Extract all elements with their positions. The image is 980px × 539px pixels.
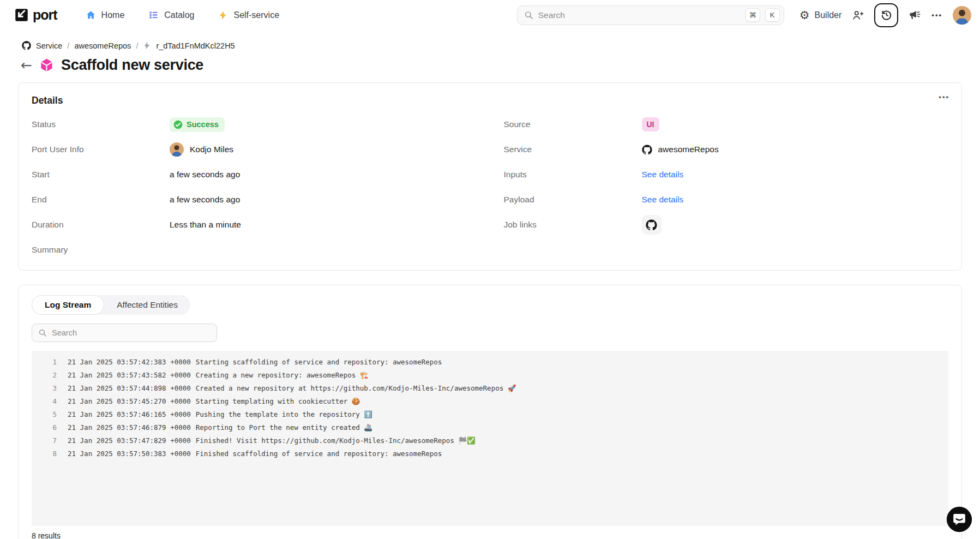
- detail-value: See details: [642, 195, 684, 205]
- builder-label: Builder: [815, 10, 842, 20]
- log-line: 5 21 Jan 2025 03:57:46:165 +0000 Pushing…: [37, 408, 943, 421]
- user-name: Kodjo Miles: [190, 145, 233, 154]
- action-cube-icon: [39, 58, 54, 73]
- detail-value: Kodjo Miles: [170, 142, 233, 157]
- detail-text: a few seconds ago: [170, 170, 240, 179]
- nav-item-label: Home: [101, 10, 125, 20]
- log-message: Starting scaffolding of service and repo…: [196, 356, 442, 369]
- search-icon: [38, 328, 47, 337]
- catalog-icon: [148, 10, 159, 20]
- home-icon: [86, 10, 96, 20]
- breadcrumb-separator: /: [136, 41, 138, 50]
- log-line-number: 5: [37, 408, 57, 421]
- log-line: 7 21 Jan 2025 03:57:47:829 +0000 Finishe…: [37, 434, 943, 447]
- github-icon: [22, 41, 31, 50]
- port-logo-text: port: [33, 7, 57, 23]
- log-line-number: 1: [37, 356, 57, 369]
- nav-item-catalog[interactable]: Catalog: [148, 10, 194, 20]
- cmd-key-badge: ⌘: [745, 8, 760, 22]
- log-stream-view[interactable]: 1 21 Jan 2025 03:57:42:383 +0000 Startin…: [32, 351, 948, 526]
- github-icon: [646, 219, 657, 231]
- log-timestamp: 21 Jan 2025 03:57:46:165 +0000: [68, 408, 191, 421]
- detail-value: See details: [642, 170, 684, 179]
- log-line: 3 21 Jan 2025 03:57:44:898 +0000 Created…: [37, 382, 943, 395]
- tab-affected-entities[interactable]: Affected Entities: [104, 295, 190, 315]
- user-info-value: Kodjo Miles: [170, 142, 233, 157]
- user-avatar[interactable]: [953, 6, 971, 25]
- k-key-badge: K: [765, 8, 780, 22]
- avatar-image: [953, 6, 971, 25]
- log-timestamp: 21 Jan 2025 03:57:45:270 +0000: [68, 395, 191, 408]
- detail-label: Inputs: [504, 170, 642, 179]
- log-search-input[interactable]: [52, 328, 211, 337]
- log-line-number: 6: [37, 421, 57, 434]
- builder-button[interactable]: ⚙ Builder: [799, 9, 842, 21]
- detail-label: Job links: [504, 220, 642, 230]
- detail-value: awesomeRepos: [642, 145, 719, 155]
- nav-item-label: Catalog: [164, 10, 194, 20]
- detail-row: Inputs See details: [504, 162, 949, 187]
- detail-row: Service awesomeRepos: [504, 137, 949, 162]
- lightning-icon: [218, 10, 228, 20]
- more-options-button[interactable]: •••: [931, 11, 942, 19]
- detail-row: Start a few seconds ago: [32, 162, 477, 187]
- log-line-number: 2: [37, 369, 57, 382]
- log-timestamp: 21 Jan 2025 03:57:47:829 +0000: [68, 434, 191, 447]
- detail-row: Source UI: [504, 112, 949, 137]
- global-search[interactable]: ⌘ K: [517, 5, 784, 25]
- detail-row: Port User Info Kodjo Miles: [32, 137, 477, 162]
- chat-launcher-button[interactable]: [946, 506, 972, 532]
- global-search-input[interactable]: [538, 10, 741, 20]
- port-logo[interactable]: port: [14, 7, 57, 23]
- person-plus-icon: [852, 9, 864, 21]
- breadcrumb-service[interactable]: Service: [36, 41, 62, 50]
- detail-label: Summary: [32, 245, 170, 255]
- log-line: 2 21 Jan 2025 03:57:43:582 +0000 Creatin…: [37, 369, 943, 382]
- detail-value: a few seconds ago: [170, 195, 240, 205]
- nav-item-self-service[interactable]: Self-service: [218, 10, 279, 20]
- log-message: Created a new repository at https://gith…: [196, 382, 516, 395]
- detail-value: a few seconds ago: [170, 170, 240, 179]
- status-badge: Success: [170, 117, 225, 132]
- runs-history-button[interactable]: [874, 3, 898, 27]
- log-timestamp: 21 Jan 2025 03:57:50:383 +0000: [68, 447, 191, 460]
- main-nav: Home Catalog Self-service: [86, 10, 279, 20]
- detail-row: Job links: [504, 212, 949, 237]
- detail-value: UI: [642, 117, 659, 131]
- user-avatar-small: [170, 142, 184, 157]
- log-timestamp: 21 Jan 2025 03:57:42:383 +0000: [68, 356, 191, 369]
- log-line-number: 4: [37, 395, 57, 408]
- log-search[interactable]: [32, 324, 217, 342]
- nav-item-label: Self-service: [233, 10, 279, 20]
- log-timestamp: 21 Jan 2025 03:57:46:879 +0000: [68, 421, 191, 434]
- run-lightning-icon: [143, 41, 151, 50]
- top-nav-bar: port Home Catalog Self-service: [0, 0, 980, 30]
- detail-row: Summary: [32, 237, 477, 262]
- search-icon: [524, 10, 533, 20]
- details-title: Details: [32, 95, 948, 106]
- details-left-column: Status Success: [32, 112, 477, 262]
- details-menu-button[interactable]: •••: [939, 93, 949, 101]
- log-line-number: 3: [37, 382, 57, 395]
- breadcrumb-awesomerepos[interactable]: awesomeRepos: [74, 41, 131, 50]
- service-value[interactable]: awesomeRepos: [642, 145, 719, 155]
- tab-log-stream[interactable]: Log Stream: [32, 295, 104, 315]
- log-timestamp: 21 Jan 2025 03:57:43:582 +0000: [68, 369, 191, 382]
- page-title: Scaffold new service: [61, 57, 203, 74]
- announcements-button[interactable]: [909, 9, 921, 21]
- results-count: 8 results: [32, 531, 948, 539]
- detail-row: Status Success: [32, 112, 477, 137]
- nav-item-home[interactable]: Home: [86, 10, 125, 20]
- detail-text: a few seconds ago: [170, 195, 240, 205]
- breadcrumb: Service / awesomeRepos / r_dTad1FnMdKcl2…: [0, 30, 980, 50]
- log-message: Starting templating with cookiecutter 🍪: [196, 395, 360, 408]
- back-button[interactable]: ←: [21, 58, 32, 72]
- breadcrumb-separator: /: [67, 41, 69, 50]
- job-link-github-button[interactable]: [642, 215, 662, 235]
- see-details-link[interactable]: See details: [642, 170, 684, 179]
- chat-bubble-icon: [946, 506, 972, 532]
- log-timestamp: 21 Jan 2025 03:57:44:898 +0000: [68, 382, 191, 395]
- invite-user-button[interactable]: [852, 9, 864, 21]
- see-details-link[interactable]: See details: [642, 195, 684, 205]
- breadcrumb-run-id[interactable]: r_dTad1FnMdKcl22H5: [156, 41, 235, 50]
